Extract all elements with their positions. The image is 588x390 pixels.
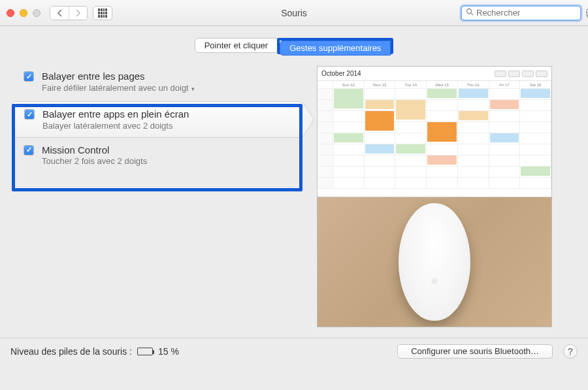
window-toolbar: Souris ✕ xyxy=(0,0,588,26)
grid-icon xyxy=(98,8,107,18)
back-button[interactable] xyxy=(50,7,69,20)
search-icon xyxy=(466,8,474,18)
preview-mouse-area xyxy=(318,197,551,327)
help-button[interactable]: ? xyxy=(563,344,578,359)
zoom-window-button[interactable] xyxy=(33,9,41,17)
option-title: Balayer entre les pages xyxy=(42,70,195,83)
checkbox-swipe-fullscreen[interactable]: ✓ xyxy=(24,109,35,120)
close-window-button[interactable] xyxy=(7,9,14,17)
option-subtitle[interactable]: Faire défiler latéralement avec un doigt… xyxy=(42,83,195,93)
prefs-footer: Niveau des piles de la souris : 15 % Con… xyxy=(0,338,588,364)
option-title: Balayer entre apps en plein écran xyxy=(42,108,189,121)
checkbox-mission-control[interactable]: ✓ xyxy=(24,145,34,155)
battery-percentage: 15 % xyxy=(158,346,179,357)
preview-screen: October 2014 Sun 12 Mon 13 Tue 14 Wed 15… xyxy=(318,67,551,197)
search-input[interactable] xyxy=(476,8,586,18)
gesture-preview-video: October 2014 Sun 12 Mon 13 Tue 14 Wed 15… xyxy=(317,66,552,327)
forward-button[interactable] xyxy=(69,7,87,20)
option-subtitle: Toucher 2 fois avec 2 doigts xyxy=(42,156,147,166)
option-swipe-pages[interactable]: ✓ Balayer entre les pages Faire défiler … xyxy=(12,66,302,99)
configure-bluetooth-mouse-button[interactable]: Configurer une souris Bluetooth… xyxy=(397,344,553,359)
calendar-day-headers: Sun 12 Mon 13 Tue 14 Wed 15 Thu 16 Fri 1… xyxy=(318,81,551,89)
checkbox-swipe-pages[interactable]: ✓ xyxy=(24,71,34,82)
gesture-options-list: ✓ Balayer entre les pages Faire défiler … xyxy=(12,66,302,172)
calendar-grid xyxy=(318,89,551,189)
calendar-title: October 2014 xyxy=(321,70,361,77)
option-title: Mission Control xyxy=(42,144,147,157)
chevron-down-icon: ▾ xyxy=(191,86,195,92)
magic-mouse-icon xyxy=(399,203,470,321)
tab-pointer-click[interactable]: Pointer et cliquer xyxy=(195,38,278,53)
window-title: Souris xyxy=(281,8,307,18)
option-subtitle: Balayer latéralement avec 2 doigts xyxy=(42,121,189,131)
option-mission-control[interactable]: ✓ Mission Control Toucher 2 fois avec 2 … xyxy=(12,140,302,173)
search-field[interactable]: ✕ xyxy=(461,5,581,21)
battery-icon xyxy=(137,348,153,355)
show-all-prefs-button[interactable] xyxy=(93,6,112,20)
svg-line-1 xyxy=(471,13,473,15)
svg-point-0 xyxy=(467,9,472,14)
tab-more-gestures[interactable]: Gestes supplémentaires xyxy=(280,41,391,56)
minimize-window-button[interactable] xyxy=(20,9,27,17)
traffic-lights xyxy=(7,9,41,17)
tab-bar: Pointer et cliquer Gestes supplémentaire… xyxy=(12,38,576,54)
nav-back-forward xyxy=(50,6,88,20)
option-swipe-fullscreen-apps[interactable]: ✓ Balayer entre apps en plein écran Bala… xyxy=(12,101,302,138)
prefs-content: Pointer et cliquer Gestes supplémentaire… xyxy=(0,26,588,364)
battery-label: Niveau des piles de la souris : xyxy=(10,346,132,357)
